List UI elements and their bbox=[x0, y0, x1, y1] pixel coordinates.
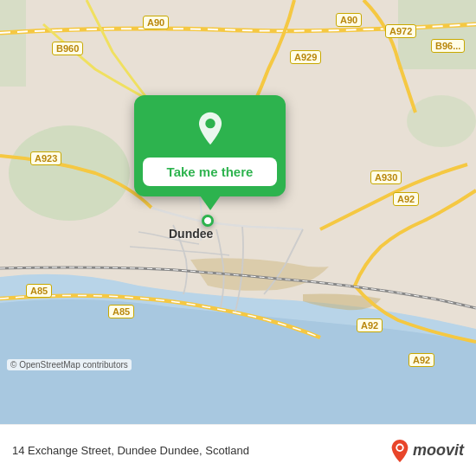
road-label-b96x: B96... bbox=[431, 39, 465, 53]
map-container: A90 A90 A972 A929 B960 B960 A923 A930 A9… bbox=[0, 0, 476, 424]
road-label-a972: A972 bbox=[385, 24, 416, 38]
info-bar: 14 Exchange Street, Dundee Dundee, Scotl… bbox=[0, 424, 476, 476]
take-me-there-button[interactable]: Take me there bbox=[143, 158, 277, 186]
popup-icon-area bbox=[134, 95, 286, 158]
road-label-a92-bottom: A92 bbox=[357, 318, 383, 332]
road-label-a92-top: A92 bbox=[393, 192, 419, 206]
location-dot bbox=[202, 215, 214, 227]
svg-point-5 bbox=[205, 119, 215, 128]
road-label-a923: A923 bbox=[30, 151, 61, 165]
road-label-a929: A929 bbox=[290, 50, 321, 64]
take-me-there-popup: Take me there bbox=[134, 95, 286, 196]
svg-point-1 bbox=[9, 125, 130, 221]
svg-point-4 bbox=[407, 95, 476, 147]
road-label-a92-bottom2: A92 bbox=[408, 353, 434, 367]
location-pin-icon bbox=[191, 111, 229, 149]
svg-rect-2 bbox=[0, 0, 26, 87]
road-label-a85-left: A85 bbox=[26, 284, 52, 298]
moovit-logo: moovit bbox=[390, 439, 464, 463]
svg-point-7 bbox=[397, 445, 402, 450]
road-label-a90-left: A90 bbox=[143, 16, 169, 29]
city-label: Dundee bbox=[169, 227, 213, 241]
road-label-a85-mid: A85 bbox=[108, 305, 134, 318]
road-label-a930: A930 bbox=[370, 170, 402, 184]
moovit-text: moovit bbox=[413, 441, 464, 460]
address-text: 14 Exchange Street, Dundee Dundee, Scotl… bbox=[12, 444, 390, 457]
road-label-b960-left: B960 bbox=[52, 42, 83, 55]
road-label-a90-right: A90 bbox=[336, 13, 362, 27]
moovit-pin-icon bbox=[390, 439, 409, 463]
copyright-text: © OpenStreetMap contributors bbox=[7, 359, 132, 370]
